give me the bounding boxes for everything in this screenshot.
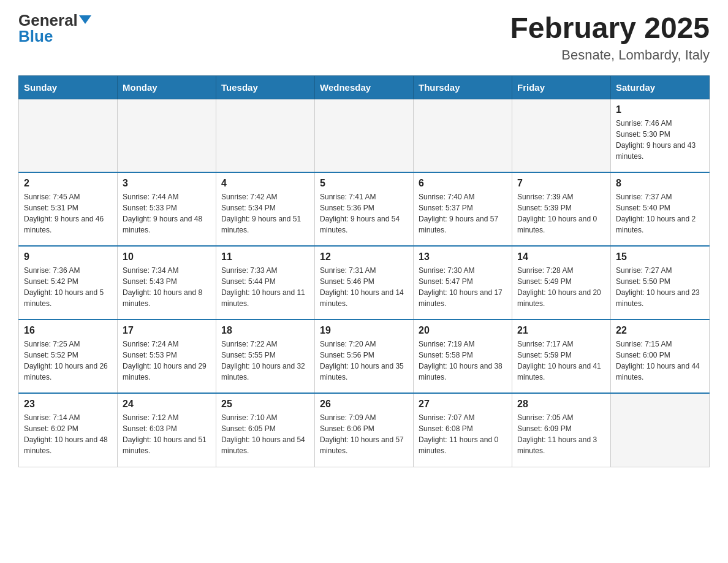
- day-info: Sunrise: 7:25 AMSunset: 5:52 PMDaylight:…: [24, 339, 112, 383]
- day-info: Sunrise: 7:22 AMSunset: 5:55 PMDaylight:…: [221, 339, 309, 383]
- day-number: 4: [221, 178, 309, 189]
- table-row: 13Sunrise: 7:30 AMSunset: 5:47 PMDayligh…: [414, 246, 512, 320]
- day-number: 15: [616, 251, 704, 262]
- day-info: Sunrise: 7:17 AMSunset: 5:59 PMDaylight:…: [517, 339, 605, 383]
- table-row: 20Sunrise: 7:19 AMSunset: 5:58 PMDayligh…: [414, 320, 512, 393]
- table-row: 12Sunrise: 7:31 AMSunset: 5:46 PMDayligh…: [315, 246, 414, 320]
- day-number: 13: [419, 251, 507, 262]
- day-number: 6: [419, 178, 507, 189]
- day-info: Sunrise: 7:34 AMSunset: 5:43 PMDaylight:…: [123, 265, 211, 309]
- day-number: 3: [123, 178, 211, 189]
- day-info: Sunrise: 7:46 AMSunset: 5:30 PMDaylight:…: [616, 118, 704, 162]
- day-number: 27: [419, 399, 507, 410]
- table-row: [118, 99, 216, 172]
- col-sunday: Sunday: [19, 75, 118, 99]
- day-info: Sunrise: 7:19 AMSunset: 5:58 PMDaylight:…: [419, 339, 507, 383]
- table-row: 10Sunrise: 7:34 AMSunset: 5:43 PMDayligh…: [118, 246, 216, 320]
- table-row: 1Sunrise: 7:46 AMSunset: 5:30 PMDaylight…: [611, 99, 710, 172]
- table-row: 16Sunrise: 7:25 AMSunset: 5:52 PMDayligh…: [19, 320, 118, 393]
- col-friday: Friday: [512, 75, 611, 99]
- day-info: Sunrise: 7:39 AMSunset: 5:39 PMDaylight:…: [517, 191, 605, 236]
- calendar-week-1: 1Sunrise: 7:46 AMSunset: 5:30 PMDaylight…: [19, 99, 710, 172]
- day-info: Sunrise: 7:10 AMSunset: 6:05 PMDaylight:…: [221, 412, 309, 456]
- table-row: [414, 99, 512, 172]
- table-row: 26Sunrise: 7:09 AMSunset: 6:06 PMDayligh…: [315, 393, 414, 467]
- day-info: Sunrise: 7:27 AMSunset: 5:50 PMDaylight:…: [616, 265, 704, 309]
- title-block: February 2025 Besnate, Lombardy, Italy: [510, 12, 710, 63]
- calendar-week-5: 23Sunrise: 7:14 AMSunset: 6:02 PMDayligh…: [19, 393, 710, 467]
- day-number: 19: [320, 325, 408, 336]
- day-number: 23: [24, 399, 112, 410]
- col-saturday: Saturday: [611, 75, 710, 99]
- day-info: Sunrise: 7:44 AMSunset: 5:33 PMDaylight:…: [123, 191, 211, 236]
- table-row: 19Sunrise: 7:20 AMSunset: 5:56 PMDayligh…: [315, 320, 414, 393]
- page-header: General Blue February 2025 Besnate, Lomb…: [18, 12, 710, 63]
- table-row: 7Sunrise: 7:39 AMSunset: 5:39 PMDaylight…: [512, 172, 611, 246]
- day-info: Sunrise: 7:14 AMSunset: 6:02 PMDaylight:…: [24, 412, 112, 456]
- table-row: 11Sunrise: 7:33 AMSunset: 5:44 PMDayligh…: [216, 246, 315, 320]
- day-info: Sunrise: 7:05 AMSunset: 6:09 PMDaylight:…: [517, 412, 605, 456]
- table-row: 5Sunrise: 7:41 AMSunset: 5:36 PMDaylight…: [315, 172, 414, 246]
- day-number: 1: [616, 104, 704, 115]
- calendar-header-row: Sunday Monday Tuesday Wednesday Thursday…: [19, 75, 710, 99]
- day-number: 10: [123, 251, 211, 262]
- day-number: 9: [24, 251, 112, 262]
- day-info: Sunrise: 7:24 AMSunset: 5:53 PMDaylight:…: [123, 339, 211, 383]
- day-info: Sunrise: 7:09 AMSunset: 6:06 PMDaylight:…: [320, 412, 408, 456]
- col-monday: Monday: [118, 75, 216, 99]
- col-thursday: Thursday: [414, 75, 512, 99]
- day-number: 25: [221, 399, 309, 410]
- day-info: Sunrise: 7:41 AMSunset: 5:36 PMDaylight:…: [320, 191, 408, 236]
- day-number: 22: [616, 325, 704, 336]
- day-info: Sunrise: 7:37 AMSunset: 5:40 PMDaylight:…: [616, 191, 704, 236]
- month-title: February 2025: [510, 12, 710, 45]
- day-info: Sunrise: 7:42 AMSunset: 5:34 PMDaylight:…: [221, 191, 309, 236]
- day-number: 28: [517, 399, 605, 410]
- day-number: 26: [320, 399, 408, 410]
- day-number: 24: [123, 399, 211, 410]
- table-row: 15Sunrise: 7:27 AMSunset: 5:50 PMDayligh…: [611, 246, 710, 320]
- table-row: 17Sunrise: 7:24 AMSunset: 5:53 PMDayligh…: [118, 320, 216, 393]
- day-info: Sunrise: 7:36 AMSunset: 5:42 PMDaylight:…: [24, 265, 112, 309]
- table-row: [19, 99, 118, 172]
- table-row: [216, 99, 315, 172]
- table-row: 27Sunrise: 7:07 AMSunset: 6:08 PMDayligh…: [414, 393, 512, 467]
- table-row: 28Sunrise: 7:05 AMSunset: 6:09 PMDayligh…: [512, 393, 611, 467]
- location: Besnate, Lombardy, Italy: [510, 47, 710, 63]
- day-info: Sunrise: 7:33 AMSunset: 5:44 PMDaylight:…: [221, 265, 309, 309]
- day-number: 12: [320, 251, 408, 262]
- day-info: Sunrise: 7:40 AMSunset: 5:37 PMDaylight:…: [419, 191, 507, 236]
- day-info: Sunrise: 7:31 AMSunset: 5:46 PMDaylight:…: [320, 265, 408, 309]
- table-row: 2Sunrise: 7:45 AMSunset: 5:31 PMDaylight…: [19, 172, 118, 246]
- table-row: 22Sunrise: 7:15 AMSunset: 6:00 PMDayligh…: [611, 320, 710, 393]
- day-number: 7: [517, 178, 605, 189]
- table-row: 24Sunrise: 7:12 AMSunset: 6:03 PMDayligh…: [118, 393, 216, 467]
- calendar-week-4: 16Sunrise: 7:25 AMSunset: 5:52 PMDayligh…: [19, 320, 710, 393]
- day-number: 8: [616, 178, 704, 189]
- day-info: Sunrise: 7:15 AMSunset: 6:00 PMDaylight:…: [616, 339, 704, 383]
- table-row: 25Sunrise: 7:10 AMSunset: 6:05 PMDayligh…: [216, 393, 315, 467]
- table-row: 4Sunrise: 7:42 AMSunset: 5:34 PMDaylight…: [216, 172, 315, 246]
- day-number: 11: [221, 251, 309, 262]
- table-row: 6Sunrise: 7:40 AMSunset: 5:37 PMDaylight…: [414, 172, 512, 246]
- calendar-table: Sunday Monday Tuesday Wednesday Thursday…: [18, 75, 710, 467]
- table-row: 23Sunrise: 7:14 AMSunset: 6:02 PMDayligh…: [19, 393, 118, 467]
- day-number: 5: [320, 178, 408, 189]
- calendar-week-3: 9Sunrise: 7:36 AMSunset: 5:42 PMDaylight…: [19, 246, 710, 320]
- table-row: 9Sunrise: 7:36 AMSunset: 5:42 PMDaylight…: [19, 246, 118, 320]
- table-row: 21Sunrise: 7:17 AMSunset: 5:59 PMDayligh…: [512, 320, 611, 393]
- day-info: Sunrise: 7:45 AMSunset: 5:31 PMDaylight:…: [24, 191, 112, 236]
- logo-triangle-icon: [79, 15, 91, 24]
- col-tuesday: Tuesday: [216, 75, 315, 99]
- logo: General Blue: [18, 12, 91, 44]
- day-info: Sunrise: 7:28 AMSunset: 5:49 PMDaylight:…: [517, 265, 605, 309]
- table-row: 14Sunrise: 7:28 AMSunset: 5:49 PMDayligh…: [512, 246, 611, 320]
- day-number: 20: [419, 325, 507, 336]
- day-number: 2: [24, 178, 112, 189]
- day-info: Sunrise: 7:20 AMSunset: 5:56 PMDaylight:…: [320, 339, 408, 383]
- day-info: Sunrise: 7:07 AMSunset: 6:08 PMDaylight:…: [419, 412, 507, 456]
- day-number: 18: [221, 325, 309, 336]
- logo-general-text: General: [18, 12, 91, 28]
- col-wednesday: Wednesday: [315, 75, 414, 99]
- table-row: 8Sunrise: 7:37 AMSunset: 5:40 PMDaylight…: [611, 172, 710, 246]
